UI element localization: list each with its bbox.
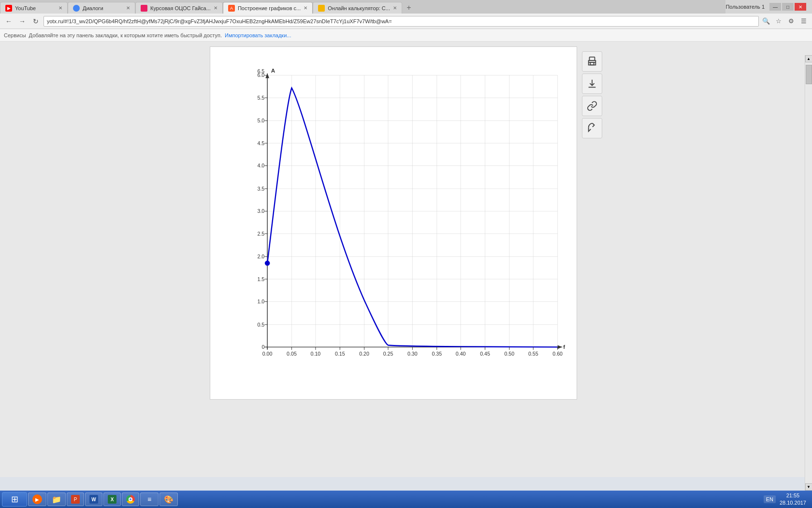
tab-youtube-close[interactable]: ✕ <box>58 5 62 11</box>
back-button[interactable]: ← <box>3 15 14 27</box>
mediaplayer-icon: ▶ <box>32 494 42 504</box>
taskbar-app-word[interactable]: W <box>85 493 102 506</box>
side-toolbar <box>582 51 602 472</box>
bookmarks-hint: Добавляйте на эту панель закладки, к кот… <box>29 32 222 38</box>
bookmarks-bar: Сервисы Добавляйте на эту панель закладк… <box>0 29 812 42</box>
paint-icon: 🎨 <box>164 494 174 504</box>
link-button[interactable] <box>582 96 602 116</box>
svg-text:2.5: 2.5 <box>258 231 265 237</box>
title-bar: ▶ YouTube ✕ Диалоги ✕ Курсовая ОЦОС Гайс… <box>0 0 812 14</box>
tab-calc-label: Онлайн калькулятор: С... <box>328 5 390 11</box>
svg-text:2.0: 2.0 <box>258 254 265 259</box>
tab-kursovaya-label: Курсовая ОЦОС Гайса... <box>150 5 211 11</box>
start-icon: ⊞ <box>11 494 18 505</box>
svg-text:0.45: 0.45 <box>480 351 490 357</box>
svg-text:0.30: 0.30 <box>407 351 418 357</box>
taskbar-app-presentation[interactable]: P <box>67 493 84 506</box>
nav-icons-right: 🔍 ☆ ⚙ ☰ <box>761 16 809 27</box>
presentation-icon: P <box>71 495 80 504</box>
maximize-button[interactable]: □ <box>782 3 794 11</box>
excel-icon: X <box>108 495 116 504</box>
forward-button[interactable]: → <box>16 15 28 27</box>
taskbar-right: EN 21:55 28.10.2017 <box>764 492 810 507</box>
start-button[interactable]: ⊞ <box>2 492 27 507</box>
tab-dialogi[interactable]: Диалоги ✕ <box>68 2 135 14</box>
tab-kursovaya-close[interactable]: ✕ <box>214 5 218 11</box>
import-bookmarks-link[interactable]: Импортировать закладки... <box>225 32 291 38</box>
tab-calc-close[interactable]: ✕ <box>393 5 397 11</box>
svg-text:0.5: 0.5 <box>258 322 265 328</box>
svg-text:6.5: 6.5 <box>258 68 265 74</box>
youtube-favicon: ▶ <box>5 5 12 12</box>
scrollbar-right[interactable]: ▲ ▼ <box>805 55 812 491</box>
print-button[interactable] <box>582 51 602 72</box>
download-button[interactable] <box>582 74 602 94</box>
taskbar-app-code[interactable]: ≡ <box>140 493 159 506</box>
dialogi-favicon <box>73 5 80 12</box>
svg-text:0.50: 0.50 <box>505 351 515 357</box>
tab-youtube-label: YouTube <box>15 5 36 11</box>
taskbar-app-mediaplayer[interactable]: ▶ <box>28 493 46 506</box>
kursovaya-favicon <box>141 5 147 12</box>
language-indicator[interactable]: EN <box>764 495 776 503</box>
x-arrow <box>558 345 563 349</box>
chrome-icon <box>126 495 135 504</box>
page-content: 0 0.5 1.0 1.5 2.0 2.5 3.0 3.5 4.0 4.5 5.… <box>0 42 812 477</box>
svg-text:0.00: 0.00 <box>262 351 273 357</box>
calc-favicon <box>318 5 325 12</box>
x-axis-title: f <box>563 344 565 350</box>
scroll-track <box>806 62 812 483</box>
svg-text:3.5: 3.5 <box>258 186 265 192</box>
svg-text:0.40: 0.40 <box>456 351 466 357</box>
new-tab-button[interactable]: + <box>402 2 416 14</box>
nav-bar: ← → ↻ yotx.ru/#!1/3_wv2D/QPG6b4RQ/hf2zft… <box>0 14 812 29</box>
grafik-favicon: A <box>228 5 235 12</box>
taskbar-app-explorer[interactable]: 📁 <box>47 493 66 506</box>
tab-calc[interactable]: Онлайн калькулятор: С... ✕ <box>313 2 402 14</box>
tabs-bar: ▶ YouTube ✕ Диалоги ✕ Курсовая ОЦОС Гайс… <box>0 0 725 14</box>
minimize-button[interactable]: — <box>769 3 781 11</box>
tab-youtube[interactable]: ▶ YouTube ✕ <box>0 2 68 14</box>
tab-grafik[interactable]: A Построение графиков с... ✕ <box>223 2 313 14</box>
address-text: yotx.ru/#!1/3_wv2D/QPG6b4RQ/hf2zftH@yfMs… <box>47 18 392 24</box>
x-axis-labels: 0.00 0.05 0.10 0.15 0.20 0.25 0.30 0.35 … <box>262 351 563 357</box>
explorer-icon: 📁 <box>52 494 61 504</box>
reload-button[interactable]: ↻ <box>30 15 42 27</box>
scroll-up-button[interactable]: ▲ <box>805 55 812 62</box>
code-icon: ≡ <box>145 494 154 504</box>
user-label: Пользователь 1 <box>725 4 765 10</box>
svg-rect-81 <box>590 57 595 60</box>
window-controls: — □ ✕ <box>769 3 806 11</box>
taskbar-app-chrome[interactable] <box>122 493 139 506</box>
svg-text:0: 0 <box>261 344 264 350</box>
svg-text:5.5: 5.5 <box>258 95 265 101</box>
scroll-thumb[interactable] <box>806 65 812 84</box>
chart-dot <box>265 261 270 266</box>
tab-kursovaya[interactable]: Курсовая ОЦОС Гайса... ✕ <box>135 2 223 14</box>
chart-container: 0 0.5 1.0 1.5 2.0 2.5 3.0 3.5 4.0 4.5 5.… <box>210 46 577 400</box>
search-icon[interactable]: 🔍 <box>761 16 771 27</box>
svg-text:0.60: 0.60 <box>552 351 563 357</box>
taskbar-app-excel[interactable]: X <box>103 493 121 506</box>
extensions-icon[interactable]: ⚙ <box>786 16 797 27</box>
svg-text:0.55: 0.55 <box>528 351 538 357</box>
share-button[interactable] <box>582 118 602 138</box>
svg-text:5.0: 5.0 <box>258 118 265 123</box>
menu-icon[interactable]: ☰ <box>798 16 809 27</box>
date-display: 28.10.2017 <box>780 499 806 507</box>
svg-text:0.10: 0.10 <box>311 351 321 357</box>
svg-text:0.25: 0.25 <box>383 351 393 357</box>
tab-dialogi-close[interactable]: ✕ <box>126 5 130 11</box>
svg-text:4.5: 4.5 <box>258 140 265 146</box>
scroll-down-button[interactable]: ▼ <box>805 483 812 491</box>
word-icon: W <box>89 495 98 504</box>
taskbar-app-paint[interactable]: 🎨 <box>160 493 178 506</box>
tab-grafik-label: Построение графиков с... <box>238 5 301 11</box>
taskbar-clock: 21:55 28.10.2017 <box>780 492 806 507</box>
address-bar[interactable]: yotx.ru/#!1/3_wv2D/QPG6b4RQ/hf2zftH@yfMs… <box>44 16 759 27</box>
y-axis-labels: 0 0.5 1.0 1.5 2.0 2.5 3.0 3.5 4.0 4.5 5.… <box>258 68 265 350</box>
close-button[interactable]: ✕ <box>795 3 806 11</box>
tab-grafik-close[interactable]: ✕ <box>304 5 307 11</box>
star-icon[interactable]: ☆ <box>773 16 784 27</box>
tab-dialogi-label: Диалоги <box>83 5 103 11</box>
